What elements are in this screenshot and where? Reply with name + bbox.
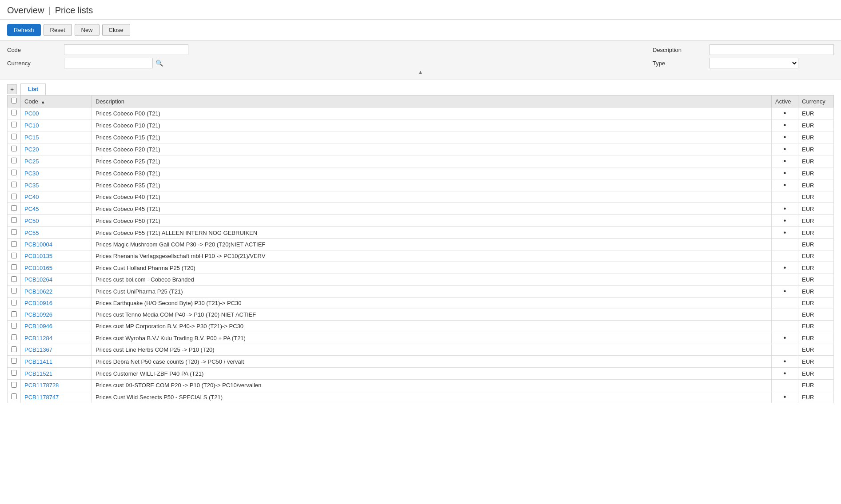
header-active: Active — [772, 95, 798, 107]
row-checkbox[interactable] — [11, 217, 17, 223]
row-checkbox-cell — [8, 321, 21, 332]
row-code-link[interactable]: PCB10165 — [24, 265, 52, 271]
row-code-cell: PC25 — [21, 155, 92, 167]
row-checkbox-cell — [8, 274, 21, 286]
reset-button[interactable]: Reset — [44, 24, 72, 36]
row-checkbox[interactable] — [11, 253, 17, 258]
row-code-link[interactable]: PCB10926 — [24, 311, 52, 318]
row-active-cell — [772, 274, 798, 286]
row-code-link[interactable]: PCB10135 — [24, 253, 52, 259]
close-button[interactable]: Close — [102, 24, 130, 36]
row-checkbox[interactable] — [11, 300, 17, 306]
row-code-link[interactable]: PCB10622 — [24, 288, 52, 295]
active-bullet: • — [784, 205, 786, 212]
row-active-cell: • — [772, 143, 798, 155]
table-row: PCB10004Prices Magic Mushroom Gall COM P… — [8, 239, 834, 250]
row-active-cell — [772, 191, 798, 203]
row-code-link[interactable]: PCB1178747 — [24, 394, 59, 401]
row-checkbox[interactable] — [11, 323, 17, 329]
row-code-cell: PCB11367 — [21, 344, 92, 356]
row-currency-cell: EUR — [798, 309, 834, 321]
row-code-link[interactable]: PCB10264 — [24, 276, 52, 283]
active-bullet: • — [784, 264, 786, 271]
row-checkbox[interactable] — [11, 346, 17, 352]
tabs-row: + List — [7, 83, 834, 95]
row-checkbox[interactable] — [11, 182, 17, 187]
row-checkbox-cell — [8, 131, 21, 143]
header-currency: Currency — [798, 95, 834, 107]
row-checkbox[interactable] — [11, 241, 17, 247]
row-checkbox[interactable] — [11, 170, 17, 175]
code-input[interactable] — [64, 44, 188, 55]
row-checkbox[interactable] — [11, 370, 17, 376]
row-code-link[interactable]: PC15 — [24, 134, 39, 141]
active-bullet: • — [784, 145, 786, 153]
row-code-link[interactable]: PC45 — [24, 206, 39, 212]
collapse-bar[interactable]: ▲ — [7, 68, 834, 75]
select-all-checkbox[interactable] — [11, 98, 17, 103]
row-code-link[interactable]: PCB11411 — [24, 358, 52, 365]
table-row: PCB10926Prices cust Tenno Media COM P40 … — [8, 309, 834, 321]
active-bullet: • — [784, 157, 786, 165]
row-active-cell: • — [772, 356, 798, 368]
row-code-cell: PC30 — [21, 167, 92, 179]
expand-button[interactable]: + — [7, 84, 17, 94]
row-checkbox[interactable] — [11, 264, 17, 270]
table-row: PC50Prices Cobeco P50 (T21)•EUR — [8, 215, 834, 227]
row-code-link[interactable]: PC30 — [24, 170, 39, 177]
row-active-cell: • — [772, 332, 798, 344]
row-checkbox[interactable] — [11, 134, 17, 139]
row-active-cell — [772, 250, 798, 262]
row-checkbox[interactable] — [11, 288, 17, 294]
row-code-link[interactable]: PC20 — [24, 146, 39, 153]
row-code-link[interactable]: PCB10916 — [24, 300, 52, 306]
table-row: PCB10264Prices cust bol.com - Cobeco Bra… — [8, 274, 834, 286]
row-checkbox[interactable] — [11, 194, 17, 199]
row-code-cell: PCB11284 — [21, 332, 92, 344]
row-code-link[interactable]: PC25 — [24, 158, 39, 165]
row-code-link[interactable]: PCB11367 — [24, 346, 52, 353]
row-currency-cell: EUR — [798, 107, 834, 119]
row-code-link[interactable]: PC40 — [24, 194, 39, 200]
row-active-cell: • — [772, 286, 798, 298]
row-code-link[interactable]: PCB11284 — [24, 335, 52, 341]
row-code-link[interactable]: PC50 — [24, 218, 39, 224]
row-checkbox[interactable] — [11, 229, 17, 235]
row-description-cell: Prices Cust Wild Secrects P50 - SPECIALS… — [92, 391, 772, 403]
row-code-cell: PC55 — [21, 227, 92, 239]
row-description-cell: Prices Cust UniPharma P25 (T21) — [92, 286, 772, 298]
row-code-link[interactable]: PCB10946 — [24, 323, 52, 329]
row-code-link[interactable]: PCB1178728 — [24, 382, 59, 389]
row-code-link[interactable]: PCB10004 — [24, 241, 52, 248]
table-row: PCB11521Prices Customer WILLI-ZBF P40 PA… — [8, 368, 834, 380]
row-currency-cell: EUR — [798, 143, 834, 155]
row-checkbox[interactable] — [11, 276, 17, 282]
tab-list[interactable]: List — [20, 83, 46, 95]
row-code-link[interactable]: PC35 — [24, 182, 39, 189]
row-checkbox[interactable] — [11, 358, 17, 364]
row-code-link[interactable]: PCB11521 — [24, 370, 52, 377]
row-active-cell: • — [772, 368, 798, 380]
row-checkbox[interactable] — [11, 110, 17, 115]
header-code[interactable]: Code ▲ — [21, 95, 92, 107]
row-code-link[interactable]: PC00 — [24, 110, 39, 117]
refresh-button[interactable]: Refresh — [7, 24, 41, 36]
row-currency-cell: EUR — [798, 286, 834, 298]
header-description: Description — [92, 95, 772, 107]
row-checkbox[interactable] — [11, 158, 17, 163]
currency-input[interactable] — [64, 58, 153, 68]
description-input[interactable] — [709, 44, 834, 55]
row-checkbox[interactable] — [11, 334, 17, 340]
row-checkbox[interactable] — [11, 393, 17, 399]
type-select[interactable] — [709, 58, 798, 68]
row-code-link[interactable]: PC55 — [24, 230, 39, 236]
row-checkbox[interactable] — [11, 146, 17, 151]
new-button[interactable]: New — [75, 24, 100, 36]
currency-search-icon[interactable]: 🔍 — [155, 59, 164, 67]
row-active-cell: • — [772, 203, 798, 215]
row-checkbox[interactable] — [11, 382, 17, 388]
row-checkbox[interactable] — [11, 122, 17, 127]
row-code-link[interactable]: PC10 — [24, 122, 39, 129]
row-checkbox[interactable] — [11, 205, 17, 211]
row-checkbox[interactable] — [11, 311, 17, 317]
